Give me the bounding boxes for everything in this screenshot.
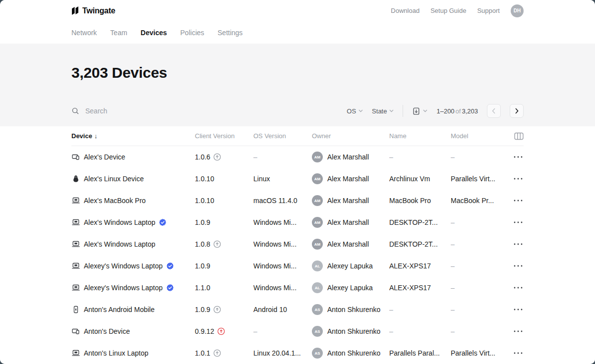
client-version: 1.1.0 xyxy=(195,284,210,292)
row-menu-button[interactable] xyxy=(513,241,524,247)
laptop-icon xyxy=(71,218,80,227)
owner-name: Alex Marshall xyxy=(327,218,369,226)
table-row[interactable]: Anton's Android Mobile 1.0.9 Android 10 … xyxy=(71,299,524,320)
support-link[interactable]: Support xyxy=(477,7,500,14)
page-title: 3,203 Devices xyxy=(71,64,524,81)
generic-device-icon xyxy=(71,153,80,161)
sort-descending-icon: ↓ xyxy=(94,132,98,140)
device-host-name: ALEX-XPS17 xyxy=(389,262,451,270)
tab-network[interactable]: Network xyxy=(71,29,97,37)
row-menu-button[interactable] xyxy=(513,350,524,356)
owner-name: Alex Marshall xyxy=(327,197,369,205)
row-menu-button[interactable] xyxy=(513,219,524,225)
os-version: Windows Mi... xyxy=(253,284,312,292)
device-name: Alexey's Windows Laptop xyxy=(84,284,163,292)
tab-settings[interactable]: Settings xyxy=(218,29,243,37)
ellipsis-icon xyxy=(514,221,523,223)
owner-avatar: AM xyxy=(312,152,323,162)
column-header-name[interactable]: Name xyxy=(389,132,451,140)
device-model: Parallels Virt... xyxy=(451,175,506,183)
column-settings-icon[interactable] xyxy=(514,132,524,140)
ellipsis-icon xyxy=(514,178,523,180)
owner-avatar: AS xyxy=(312,326,323,337)
chevron-down-icon xyxy=(358,109,363,112)
device-model: – xyxy=(451,218,506,226)
device-host-name: – xyxy=(389,153,451,161)
column-header-client-version[interactable]: Client Version xyxy=(195,132,253,140)
export-dropdown[interactable] xyxy=(412,107,427,115)
twingate-logo-icon xyxy=(71,6,79,15)
prev-page-button[interactable] xyxy=(487,104,501,118)
laptop-icon xyxy=(71,349,80,358)
device-name: Anton's Device xyxy=(84,327,130,335)
column-header-device[interactable]: Device ↓ xyxy=(71,132,195,140)
pagination-info: 1–200of3,203 xyxy=(436,107,478,115)
table-row[interactable]: Anton's Linux Laptop 1.0.1 Linux 20.04.1… xyxy=(71,342,524,364)
table-row[interactable]: Anton's Device 0.9.12 – AS Anton Shkuren… xyxy=(71,320,524,342)
table-row[interactable]: Alex's Windows Laptop 1.0.9 Windows Mi..… xyxy=(71,211,524,233)
generic-device-icon xyxy=(71,327,80,336)
table-row[interactable]: Alex's Device 1.0.6 – AM Alex Marshall –… xyxy=(71,146,524,168)
row-menu-button[interactable] xyxy=(513,328,524,334)
search-input[interactable] xyxy=(85,107,234,115)
table-row[interactable]: Alex's Linux Device 1.0.10 Linux AM Alex… xyxy=(71,168,524,190)
row-menu-button[interactable] xyxy=(513,154,524,160)
state-filter-dropdown[interactable]: State xyxy=(372,107,394,115)
laptop-icon xyxy=(71,261,80,270)
row-menu-button[interactable] xyxy=(513,198,524,204)
next-page-button[interactable] xyxy=(510,104,524,118)
owner-name: Alex Marshall xyxy=(327,240,369,248)
ellipsis-icon xyxy=(514,352,523,354)
column-header-model[interactable]: Model xyxy=(451,132,506,140)
chevron-down-icon xyxy=(423,109,427,112)
row-menu-button[interactable] xyxy=(513,307,524,312)
column-header-owner[interactable]: Owner xyxy=(312,132,389,140)
client-version: 1.0.1 xyxy=(195,349,210,357)
main-nav: Network Team Devices Policies Settings xyxy=(71,21,524,44)
setup-guide-link[interactable]: Setup Guide xyxy=(430,7,466,14)
owner-avatar: AL xyxy=(312,260,323,271)
os-filter-dropdown[interactable]: OS xyxy=(347,107,363,115)
toolbar-divider xyxy=(403,105,403,117)
device-model: – xyxy=(451,327,506,335)
table-row[interactable]: Alex's Windows Laptop 1.0.8 Windows Mi..… xyxy=(71,233,524,255)
state-filter-label: State xyxy=(372,107,387,115)
client-version: 1.0.8 xyxy=(195,240,210,248)
row-menu-button[interactable] xyxy=(513,176,524,182)
download-link[interactable]: Download xyxy=(391,7,419,14)
table-row[interactable]: Alex's MacBook Pro 1.0.10 macOS 11.4.0 A… xyxy=(71,190,524,211)
search-box[interactable] xyxy=(71,107,347,115)
client-version: 1.0.9 xyxy=(195,306,210,313)
tab-policies[interactable]: Policies xyxy=(180,29,204,37)
chevron-left-icon xyxy=(492,108,496,114)
owner-avatar: AM xyxy=(312,239,323,250)
tab-devices[interactable]: Devices xyxy=(141,29,167,37)
os-version: Windows Mi... xyxy=(253,262,312,270)
device-model: – xyxy=(451,153,506,161)
device-name: Alex's Linux Device xyxy=(84,175,144,183)
device-host-name: – xyxy=(389,327,451,335)
column-header-os-version[interactable]: OS Version xyxy=(253,132,312,140)
table-row[interactable]: Alexey's Windows Laptop 1.0.9 Windows Mi… xyxy=(71,255,524,277)
verified-badge-icon xyxy=(166,262,174,270)
os-version: Linux 20.04.1... xyxy=(253,349,312,357)
update-available-icon xyxy=(213,349,221,357)
device-name: Alex's Windows Laptop xyxy=(84,218,155,226)
os-filter-label: OS xyxy=(347,107,356,115)
tab-team[interactable]: Team xyxy=(110,29,127,37)
laptop-icon xyxy=(71,240,80,249)
verified-badge-icon xyxy=(166,284,174,292)
owner-avatar: AM xyxy=(312,173,323,184)
owner-name: Anton Shkurenko xyxy=(327,306,380,313)
table-row[interactable]: Alexey's Windows Laptop 1.1.0 Windows Mi… xyxy=(71,277,524,299)
user-avatar[interactable]: DH xyxy=(511,4,524,17)
device-model: – xyxy=(451,262,506,270)
twingate-logo[interactable]: Twingate xyxy=(71,6,116,15)
row-menu-button[interactable] xyxy=(513,285,524,291)
os-version: – xyxy=(253,327,312,335)
row-menu-button[interactable] xyxy=(513,263,524,269)
ellipsis-icon xyxy=(514,287,523,289)
client-version: 1.0.10 xyxy=(195,175,214,183)
client-version: 1.0.10 xyxy=(195,197,214,205)
os-version: – xyxy=(253,153,312,161)
